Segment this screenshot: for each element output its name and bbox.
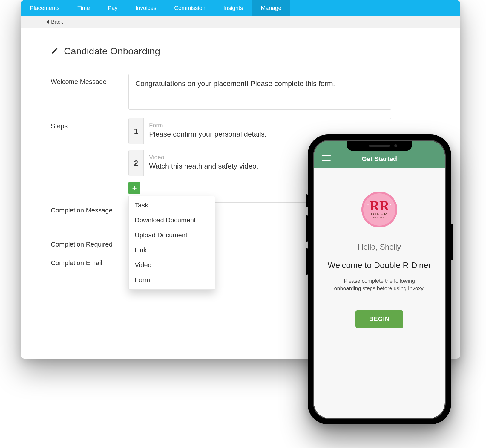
completion-email-label: Completion Email xyxy=(51,259,140,267)
logo-est-text: EST. 1960 xyxy=(373,216,385,218)
welcome-message-label: Welcome Message xyxy=(51,74,128,110)
begin-button[interactable]: BEGIN xyxy=(355,310,403,328)
add-step-button[interactable]: + xyxy=(128,182,140,194)
add-step-dropdown: Task Download Document Upload Document L… xyxy=(128,196,215,290)
dropdown-item-link[interactable]: Link xyxy=(129,243,215,258)
phone-screen: Get Started RR DINER EST. 1960 Hello, Sh… xyxy=(314,141,445,418)
mobile-app-title: Get Started xyxy=(314,155,445,163)
top-nav: Placements Time Pay Invoices Commission … xyxy=(21,0,460,16)
logo-diner-text: DINER xyxy=(371,212,387,216)
nav-invoices[interactable]: Invoices xyxy=(127,0,165,16)
logo-rr-text: RR xyxy=(370,201,389,212)
welcome-prefix: Welcome to xyxy=(328,261,374,270)
dropdown-item-video[interactable]: Video xyxy=(129,258,215,273)
dropdown-item-form[interactable]: Form xyxy=(129,273,215,288)
completion-required-label: Completion Required xyxy=(51,241,140,248)
phone-side-button xyxy=(306,215,308,242)
nav-placements[interactable]: Placements xyxy=(21,0,68,16)
completion-message-label: Completion Message xyxy=(51,202,128,232)
welcome-message-row: Welcome Message Congratulations on your … xyxy=(51,74,447,110)
phone-mockup: Get Started RR DINER EST. 1960 Hello, Sh… xyxy=(308,134,451,424)
step-1-number: 1 xyxy=(129,118,144,144)
dropdown-item-download[interactable]: Download Document xyxy=(129,213,215,228)
dropdown-item-task[interactable]: Task xyxy=(129,198,215,213)
phone-side-button xyxy=(306,194,308,207)
nav-insights[interactable]: Insights xyxy=(214,0,252,16)
nav-manage[interactable]: Manage xyxy=(252,0,290,16)
welcome-message-input[interactable]: Congratulations on your placement! Pleas… xyxy=(128,74,391,110)
page-title-row: Candidate Onboarding xyxy=(51,46,409,62)
nav-commission[interactable]: Commission xyxy=(165,0,214,16)
step-2-type: Video xyxy=(149,154,258,161)
step-1-type: Form xyxy=(149,122,267,129)
phone-notch xyxy=(347,141,412,151)
back-caret-icon xyxy=(46,20,49,24)
step-1-text: Please confirm your personal details. xyxy=(149,130,267,138)
back-button[interactable]: Back xyxy=(46,19,63,25)
company-logo: RR DINER EST. 1960 xyxy=(361,192,397,227)
greeting-text: Hello, Shelly xyxy=(323,242,436,252)
phone-side-button xyxy=(306,248,308,275)
instruction-text: Please complete the following onboarding… xyxy=(332,277,427,292)
step-2-text: Watch this heath and safety video. xyxy=(149,162,258,170)
page-title: Candidate Onboarding xyxy=(64,46,160,57)
back-label: Back xyxy=(51,19,63,25)
mobile-app-body: RR DINER EST. 1960 Hello, Shelly Welcome… xyxy=(314,168,445,328)
step-2-number: 2 xyxy=(129,150,144,176)
breadcrumb-bar: Back xyxy=(21,16,460,28)
steps-label: Steps xyxy=(51,118,128,194)
pencil-icon[interactable] xyxy=(51,47,59,56)
nav-time[interactable]: Time xyxy=(68,0,99,16)
phone-side-button xyxy=(451,224,453,260)
welcome-company: Double R Diner xyxy=(374,261,431,270)
welcome-heading: Welcome to Double R Diner xyxy=(323,261,436,270)
dropdown-item-upload[interactable]: Upload Document xyxy=(129,228,215,243)
nav-pay[interactable]: Pay xyxy=(99,0,127,16)
